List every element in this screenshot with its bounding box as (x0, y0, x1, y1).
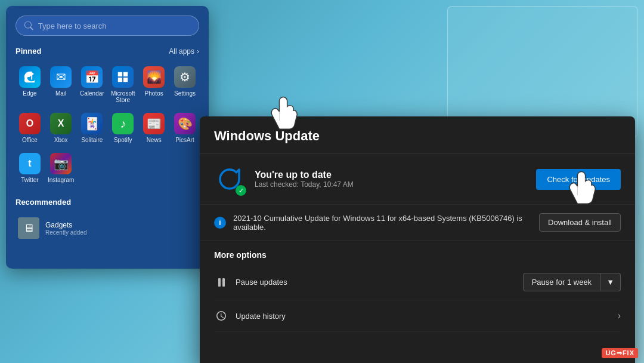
app-item-calendar[interactable]: 📅 Calendar (78, 63, 106, 107)
app-icon-mail: ✉ (50, 66, 72, 88)
update-last-checked: Last checked: Today, 10:47 AM (255, 180, 354, 189)
watermark: UG⇒FIX (602, 348, 638, 358)
start-menu: Pinned All apps › Edge ✉ Mail 📅 Calendar… (6, 6, 209, 269)
app-icon-twitter: t (19, 153, 41, 174)
all-apps-link[interactable]: All apps › (169, 47, 199, 56)
app-icon-settings: ⚙ (174, 66, 196, 88)
app-icon-xbox: X (50, 113, 72, 134)
app-label-twitter: Twitter (21, 177, 38, 183)
app-label-edge: Edge (23, 90, 36, 97)
rec-info-gadgets: Gadgets Recently added (45, 221, 87, 236)
app-icon-edge (19, 66, 41, 88)
check-updates-button[interactable]: Check for updates (536, 169, 621, 190)
svg-rect-1 (123, 72, 128, 76)
rec-sub-gadgets: Recently added (45, 229, 87, 236)
pause-bars (218, 278, 225, 287)
app-item-twitter[interactable]: t Twitter (16, 149, 44, 187)
svg-rect-0 (118, 72, 122, 76)
app-label-instagram: Instagram (48, 177, 74, 183)
chevron-right-icon: › (618, 310, 621, 321)
app-item-news[interactable]: 📰 News (140, 109, 168, 147)
update-history-left: Update history (214, 309, 286, 323)
update-status-row: ✓ You're up to date Last checked: Today,… (200, 154, 635, 205)
pause-icon (214, 275, 228, 290)
app-label-photos: Photos (145, 90, 163, 97)
history-icon-svg (216, 310, 227, 321)
app-item-mail[interactable]: ✉ Mail (47, 63, 75, 107)
app-label-mail: Mail (55, 90, 66, 97)
app-item-spotify[interactable]: ♪ Spotify (109, 109, 137, 147)
app-label-store: Microsoft Store (110, 90, 136, 103)
pause-for-button[interactable]: Pause for 1 week (523, 273, 600, 291)
rec-icon-gadgets: 🖥 (18, 217, 39, 239)
update-history-label: Update history (236, 312, 286, 321)
svg-rect-3 (123, 78, 128, 82)
pinned-header: Pinned All apps › (16, 47, 199, 56)
update-text-block: You're up to date Last checked: Today, 1… (255, 170, 354, 189)
pause-updates-left: Pause updates (214, 275, 287, 290)
app-icon-photos: 🌄 (143, 66, 165, 88)
app-item-store[interactable]: Microsoft Store (109, 63, 137, 107)
update-header: Windows Update (200, 116, 635, 154)
pause-dropdown-button[interactable]: ▼ (600, 273, 621, 291)
app-item-office[interactable]: O Office (16, 109, 44, 147)
search-icon (24, 21, 33, 30)
download-install-button[interactable]: Download & install (539, 213, 621, 232)
update-panel-title: Windows Update (214, 128, 320, 143)
more-options-section: More options Pause updates Pause for 1 w… (200, 241, 635, 332)
history-icon (214, 309, 228, 323)
pinned-grid: Edge ✉ Mail 📅 Calendar Microsoft Store 🌄… (16, 63, 199, 187)
app-icon-picsart: 🎨 (174, 113, 196, 134)
rec-name-gadgets: Gadgets (45, 221, 87, 229)
pinned-label: Pinned (16, 47, 41, 56)
app-label-solitaire: Solitaire (81, 137, 103, 143)
app-icon-instagram: 📷 (50, 153, 72, 174)
app-icon-office: O (19, 113, 41, 134)
app-icon-news: 📰 (143, 113, 165, 134)
recommended-label: Recommended (16, 198, 71, 207)
more-options-title: More options (214, 250, 621, 260)
app-label-news: News (147, 137, 162, 143)
info-icon: i (214, 217, 226, 229)
app-item-instagram[interactable]: 📷 Instagram (47, 149, 75, 187)
update-available-text: 2021-10 Cumulative Update for Windows 11… (233, 214, 532, 232)
svg-rect-2 (118, 78, 122, 82)
pause-updates-row: Pause updates Pause for 1 week ▼ (214, 264, 621, 300)
app-item-xbox[interactable]: X Xbox (47, 109, 75, 147)
recommended-header: Recommended (16, 198, 199, 207)
update-status-left: ✓ You're up to date Last checked: Today,… (214, 164, 354, 195)
update-status-text: You're up to date (255, 170, 354, 180)
pause-updates-right: Pause for 1 week ▼ (523, 273, 621, 291)
search-input[interactable] (38, 21, 190, 30)
windows-update-panel: Windows Update ✓ You're up to date Last … (200, 116, 635, 363)
app-icon-store (112, 66, 134, 88)
app-label-office: Office (22, 137, 38, 143)
update-available-row: i 2021-10 Cumulative Update for Windows … (200, 205, 635, 241)
update-status-icon: ✓ (214, 164, 245, 195)
app-icon-calendar: 📅 (81, 66, 103, 88)
recommended-item-gadgets[interactable]: 🖥 Gadgets Recently added (16, 214, 199, 242)
app-icon-solitaire: 🃏 (81, 113, 103, 134)
update-check-badge: ✓ (236, 185, 246, 196)
app-item-picsart[interactable]: 🎨 PicsArt (171, 109, 199, 147)
app-item-solitaire[interactable]: 🃏 Solitaire (78, 109, 106, 147)
app-icon-spotify: ♪ (112, 113, 134, 134)
app-item-edge[interactable]: Edge (16, 63, 44, 107)
update-history-row[interactable]: Update history › (214, 300, 621, 332)
app-label-settings: Settings (174, 90, 196, 97)
recommended-section: Recommended 🖥 Gadgets Recently added (16, 198, 199, 242)
app-label-calendar: Calendar (80, 90, 104, 97)
app-label-xbox: Xbox (54, 137, 68, 143)
pause-updates-label: Pause updates (236, 278, 287, 287)
app-label-spotify: Spotify (114, 137, 132, 143)
app-item-settings[interactable]: ⚙ Settings (171, 63, 199, 107)
app-item-photos[interactable]: 🌄 Photos (140, 63, 168, 107)
search-bar[interactable] (16, 16, 199, 36)
app-label-picsart: PicsArt (175, 137, 194, 143)
